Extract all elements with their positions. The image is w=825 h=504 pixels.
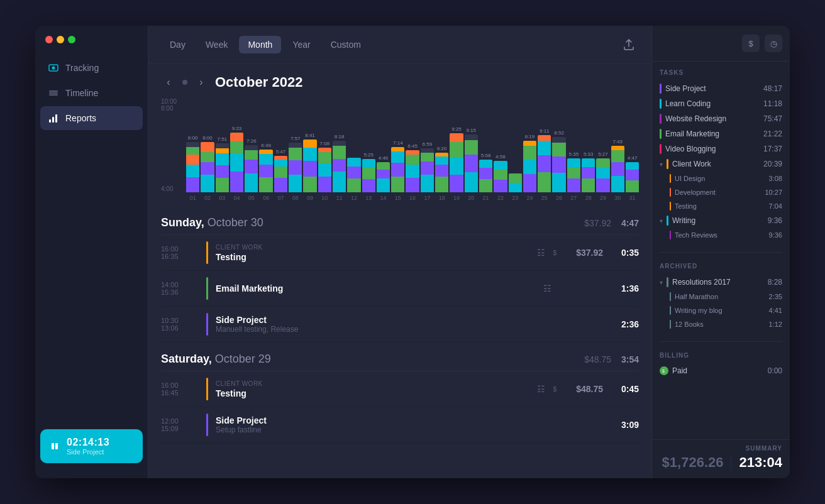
task-color-indicator	[660, 99, 662, 109]
task-name: Website Redesign	[665, 114, 760, 123]
entry-duration: 1:36	[611, 283, 639, 293]
task-duration: 4:41	[769, 307, 782, 314]
chart-period-title: October 2022	[215, 74, 302, 90]
table-row: 14:00 15:36 Email Marketing ☷ 1:36	[161, 271, 639, 307]
day-amount: $48.75	[584, 354, 611, 364]
prev-period-button[interactable]: ‹	[161, 75, 176, 90]
table-row: 12:00 15:09 Side Project Setup fastline …	[161, 407, 639, 443]
task-name: Resolutions 2017	[672, 278, 764, 287]
chart-y-labels: 10:00 8:00 4:00	[161, 98, 177, 192]
list-item: 12 Books1:12	[660, 317, 782, 331]
note-icon[interactable]: ☷	[537, 384, 545, 394]
section-title-billing: BILLING	[660, 352, 782, 359]
task-color-indicator	[670, 188, 671, 197]
bar-group-28: 5:33	[582, 151, 595, 192]
task-duration: 21:22	[763, 129, 782, 138]
task-duration: 9:36	[768, 216, 782, 225]
summary-row: $1,726.26 213:04	[660, 454, 782, 471]
panel-summary: SUMMARY $1,726.26 213:04	[652, 439, 790, 478]
entry-time: 12:00 15:09	[161, 417, 199, 432]
entry-details: CLIENT WORK Testing	[216, 380, 529, 398]
close-button[interactable]	[45, 36, 53, 43]
task-name: Side Project	[665, 84, 760, 93]
timer-button[interactable]: 02:14:13 Side Project	[40, 429, 143, 463]
bar-group-1: 8:00	[186, 135, 199, 192]
summary-time: 213:04	[739, 454, 782, 471]
bar-group-10: 7:08	[318, 141, 331, 192]
tab-custom[interactable]: Custom	[322, 36, 370, 53]
entry-color-bar	[206, 277, 208, 300]
svg-point-1	[52, 67, 55, 70]
svg-rect-8	[52, 443, 54, 449]
bar-group-2: 8:00	[201, 135, 214, 192]
expand-icon[interactable]: ▾	[660, 161, 663, 168]
share-button[interactable]	[619, 35, 639, 55]
task-color-indicator	[660, 84, 662, 94]
task-name: 12 Books	[675, 320, 765, 328]
task-duration: 2:35	[769, 293, 782, 300]
expand-icon[interactable]: ▾	[660, 279, 663, 286]
entry-time: 14:00 15:36	[161, 281, 199, 296]
panel-divider-1	[660, 252, 782, 253]
sidebar-item-label-timeline: Timeline	[65, 88, 98, 98]
tab-month[interactable]: Month	[239, 36, 281, 53]
entry-details: Side Project Setup fastline	[216, 415, 533, 434]
fullscreen-button[interactable]	[68, 36, 75, 43]
bar-group-4: 9:23	[230, 126, 243, 192]
note-icon[interactable]: ☷	[537, 248, 545, 258]
entry-duration: 3:09	[611, 420, 639, 430]
bar-group-17: 6:59	[421, 141, 434, 192]
entry-color-bar	[206, 414, 208, 436]
bar-group-12	[347, 156, 360, 192]
list-item[interactable]: ▾Client Work20:39	[660, 156, 782, 172]
task-duration: 10:27	[765, 189, 782, 196]
tab-year[interactable]: Year	[284, 36, 319, 53]
task-name: Development	[675, 189, 761, 196]
chart-area: ‹ › October 2022 10:00 8:00 4:00 8:008:0…	[148, 64, 651, 206]
list-item: Half Marathon2:35	[660, 290, 782, 304]
table-row: 10:30 13:06 Side Project Manuell testing…	[161, 307, 639, 342]
sidebar-item-tracking[interactable]: Tracking	[40, 56, 143, 80]
entries-area: Sunday, October 30 $37.92 4:47 16:00 16:…	[148, 206, 651, 478]
timer-time: 02:14:13	[67, 437, 109, 448]
svg-rect-4	[49, 94, 58, 96]
timer-project: Side Project	[67, 448, 109, 456]
summary-amount: $1,726.26	[662, 454, 724, 471]
entry-category: CLIENT WORK	[216, 380, 529, 387]
bar-group-23	[509, 172, 522, 192]
task-name: UI Design	[675, 175, 765, 182]
sidebar-item-timeline[interactable]: Timeline	[40, 81, 143, 105]
billing-section: BILLING $ Paid 0:00	[652, 344, 790, 385]
list-item: Email Marketing21:22	[660, 126, 782, 141]
main-content: Day Week Month Year Custom ‹ › October 2…	[148, 26, 651, 478]
entry-details: Email Marketing	[216, 283, 536, 293]
task-duration: 8:28	[768, 278, 782, 287]
minimize-button[interactable]	[57, 36, 64, 43]
entry-duration: 0:35	[611, 248, 639, 258]
billing-icon: $	[660, 366, 668, 375]
entry-details: Side Project Manuell testing, Release	[216, 315, 533, 334]
next-period-button[interactable]: ›	[194, 75, 209, 90]
task-color-indicator	[660, 129, 662, 139]
summary-label: SUMMARY	[660, 445, 782, 452]
svg-text:$: $	[662, 369, 665, 373]
dollar-button[interactable]: $	[742, 35, 760, 52]
entry-description: Manuell testing, Release	[216, 325, 533, 334]
entry-description: Setup fastline	[216, 425, 533, 434]
expand-icon[interactable]: ▾	[660, 217, 663, 224]
clock-button[interactable]: ◷	[765, 35, 782, 52]
list-item[interactable]: ▾Resolutions 20178:28	[660, 275, 782, 290]
day-title: Saturday, October 29	[161, 353, 584, 366]
entry-time: 10:30 13:06	[161, 317, 199, 332]
tab-day[interactable]: Day	[161, 36, 194, 53]
svg-rect-6	[52, 117, 54, 123]
bar-group-21: 5:08	[479, 153, 492, 192]
list-item: Video Blogging17:37	[660, 141, 782, 156]
panel-top-actions: $ ◷	[652, 26, 790, 62]
list-item[interactable]: ▾Writing9:36	[660, 213, 782, 228]
note-icon[interactable]: ☷	[543, 283, 551, 293]
section-title-tasks-section: TASKS	[660, 69, 782, 76]
tab-week[interactable]: Week	[197, 36, 237, 53]
reports-icon	[48, 112, 59, 124]
sidebar-item-reports[interactable]: Reports	[40, 106, 143, 130]
